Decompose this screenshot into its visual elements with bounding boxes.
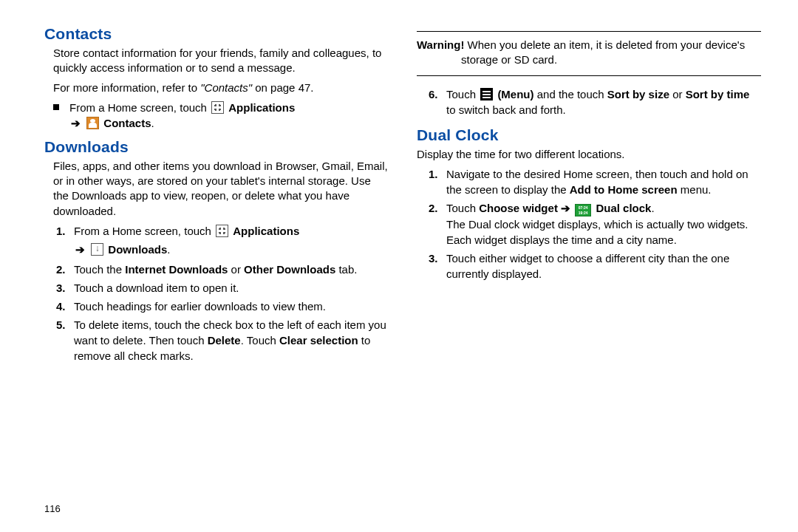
step-num: 2. <box>429 200 446 248</box>
step-num: 2. <box>56 262 74 277</box>
step-2: 2. Touch the Internet Downloads or Other… <box>56 262 389 277</box>
step-body: Touch Choose widget ➔ 07:2419:24 Dual cl… <box>446 200 761 248</box>
arrow-icon: ➔ <box>71 117 81 129</box>
step-num: 3. <box>56 280 74 296</box>
ref-prefix: For more information, refer to <box>53 81 200 94</box>
downloads-steps-cont: 2. Touch the Internet Downloads or Other… <box>56 262 389 364</box>
dual-step-3: 3. Touch either widget to choose a diffe… <box>429 250 761 282</box>
s1-target: Downloads <box>108 243 167 256</box>
step-4: 4. Touch headings for earlier downloads … <box>56 299 389 314</box>
square-bullet-icon <box>53 104 59 110</box>
d1b: Add to Home screen <box>570 183 678 196</box>
step-6-list: 6. Touch (Menu) and the touch Sort by si… <box>429 86 761 117</box>
s6e: Sort by time <box>686 88 750 100</box>
ref-suffix: on page 47. <box>252 81 313 94</box>
bullet-apps: Applications <box>228 101 295 114</box>
s1-lead: From a Home screen, touch <box>74 225 214 237</box>
contacts-intro: Store contact information for your frien… <box>53 46 389 76</box>
s2a: Touch the <box>74 263 125 276</box>
step-body: Navigate to the desired Home screen, the… <box>446 166 761 197</box>
s2c: or <box>228 263 244 276</box>
contacts-icon <box>86 117 99 129</box>
menu-icon <box>480 88 493 100</box>
manual-page: Contacts Store contact information for y… <box>0 0 798 532</box>
s2d: Other Downloads <box>244 263 335 276</box>
s4: Touch headings for earlier downloads to … <box>74 299 389 314</box>
bullet-text: From a Home screen, touch Applications ➔… <box>69 100 389 131</box>
bullet-lead: From a Home screen, touch <box>69 101 210 114</box>
step-body: Touch the Internet Downloads or Other Do… <box>74 262 389 277</box>
s6c: Sort by size <box>607 88 669 100</box>
s5b: Delete <box>208 334 241 347</box>
step-num: 3. <box>429 250 446 282</box>
bullet-period: . <box>151 117 154 129</box>
s1-period: . <box>167 243 170 256</box>
dual-clock-heading: Dual Clock <box>417 126 761 144</box>
d2b: Choose widget <box>479 202 558 214</box>
dc-bot: 19:24 <box>579 211 588 215</box>
step-body: Touch (Menu) and the touch Sort by size … <box>446 86 761 117</box>
contacts-bullet: From a Home screen, touch Applications ➔… <box>53 100 389 131</box>
d2target: Dual clock <box>596 202 651 214</box>
step-body: From a Home screen, touch Applications <box>74 223 389 239</box>
contacts-heading: Contacts <box>44 25 389 43</box>
dual-step-2: 2. Touch Choose widget ➔ 07:2419:24 Dual… <box>429 200 761 248</box>
step-num: 5. <box>56 317 74 364</box>
d3: Touch either widget to choose a differen… <box>446 250 761 282</box>
downloads-icon <box>91 243 103 256</box>
s5d: Clear selection <box>279 334 358 347</box>
downloads-steps: 1. From a Home screen, touch Application… <box>56 223 389 239</box>
d2period: . <box>651 202 654 214</box>
d1c: menu. <box>678 183 712 196</box>
s1-apps: Applications <box>233 225 299 237</box>
s3: Touch a download item to open it. <box>74 280 389 296</box>
arrow-icon: ➔ <box>75 243 85 256</box>
step-num: 6. <box>429 86 446 117</box>
step-num: 1. <box>56 223 74 239</box>
dual-clock-icon: 07:2419:24 <box>575 204 591 216</box>
warning-box: Warning! When you delete an item, it is … <box>417 31 761 76</box>
applications-icon <box>216 225 228 237</box>
step1-subline: ➔ Downloads. <box>74 242 389 257</box>
s5c: . Touch <box>241 334 279 347</box>
arrow-icon: ➔ <box>558 202 573 214</box>
downloads-intro: Files, apps, and other items you downloa… <box>53 159 389 219</box>
bullet-target: Contacts <box>103 117 151 129</box>
step-3: 3. Touch a download item to open it. <box>56 280 389 296</box>
d2desc: The Dual clock widget displays, which is… <box>446 218 748 246</box>
s2e: tab. <box>335 263 357 276</box>
ref-italic: "Contacts" <box>200 81 252 94</box>
s6a: Touch <box>446 88 479 100</box>
step-1: 1. From a Home screen, touch Application… <box>56 223 389 239</box>
step-body: To delete items, touch the check box to … <box>74 317 389 364</box>
dual-step-1: 1. Navigate to the desired Home screen, … <box>429 166 761 197</box>
downloads-heading: Downloads <box>44 138 389 156</box>
s6b: and the touch <box>534 88 607 100</box>
warning-text: When you delete an item, it is deleted f… <box>461 38 745 66</box>
step-num: 4. <box>56 299 74 314</box>
page-number: 116 <box>44 503 61 514</box>
left-column: Contacts Store contact information for y… <box>44 22 389 366</box>
applications-icon <box>211 101 224 114</box>
dc-top: 07:24 <box>579 205 588 210</box>
contacts-ref: For more information, refer to "Contacts… <box>53 81 389 95</box>
warning-body: Warning! When you delete an item, it is … <box>417 38 761 68</box>
warning-label: Warning! <box>417 38 464 51</box>
d2a: Touch <box>446 202 479 214</box>
s6menu: (Menu) <box>497 88 533 100</box>
dual-intro: Display the time for two different locat… <box>417 147 761 162</box>
step-num: 1. <box>429 166 446 197</box>
dual-steps: 1. Navigate to the desired Home screen, … <box>429 166 761 282</box>
step-5: 5. To delete items, touch the check box … <box>56 317 389 364</box>
s6f: to switch back and forth. <box>446 103 566 116</box>
step-6: 6. Touch (Menu) and the touch Sort by si… <box>429 86 761 117</box>
s2b: Internet Downloads <box>125 263 228 276</box>
right-column: Warning! When you delete an item, it is … <box>417 22 761 366</box>
s6d: or <box>669 88 686 100</box>
